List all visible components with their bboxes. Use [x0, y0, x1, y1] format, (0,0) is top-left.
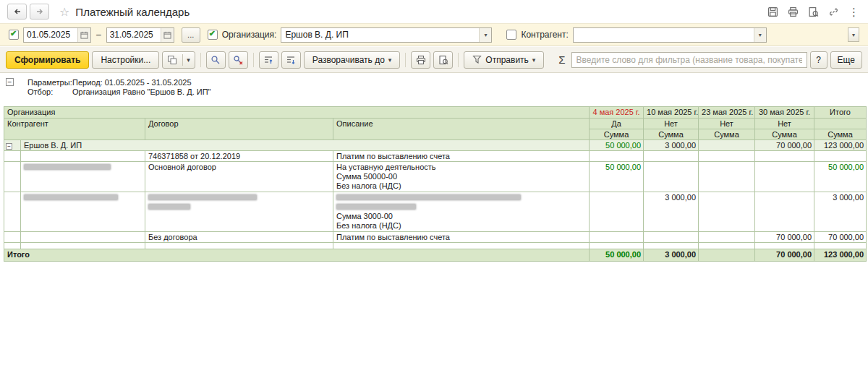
amount-cell[interactable]: 70 000,00 [755, 249, 814, 262]
amount-cell[interactable] [699, 232, 755, 243]
amount-cell[interactable]: 50 000,00 [590, 249, 644, 262]
data-row: Основной договор На уставную деятельност… [4, 162, 867, 192]
back-button[interactable] [7, 4, 27, 20]
params-value: Период: 01.05.2025 - 31.05.2025 [72, 78, 192, 87]
amount-cell[interactable] [755, 162, 814, 192]
amount-cell[interactable]: 70 000,00 [755, 140, 814, 151]
description-cell[interactable]: Платим по выставлению счета [333, 151, 590, 162]
range-dash: – [96, 30, 101, 40]
quick-filter-input[interactable] [571, 52, 807, 68]
organization-checkbox[interactable] [208, 30, 218, 40]
amount-cell[interactable] [699, 151, 755, 162]
filter-value: Организация Равно "Ершов В. Д. ИП" [72, 87, 211, 97]
group-name-cell[interactable]: Ершов В. Д. ИП [21, 140, 590, 151]
contragent-cell[interactable] [21, 232, 145, 243]
panel-overflow-button[interactable] [848, 27, 859, 42]
amount-cell[interactable] [699, 192, 755, 232]
get-link-button[interactable] [828, 7, 839, 17]
calendar-icon[interactable] [161, 28, 174, 42]
amount-cell[interactable]: 3 000,00 [644, 140, 699, 151]
collapse-groups-button[interactable] [259, 51, 278, 69]
amount-cell[interactable]: 3 000,00 [644, 192, 699, 232]
data-row: Сумма 3000-00 Без налога (НДС) 3 000,00 … [4, 192, 867, 232]
send-button[interactable]: Отправить [464, 51, 544, 69]
period-checkbox[interactable] [9, 30, 19, 40]
contragent-input[interactable] [574, 28, 754, 42]
organization-combo [281, 27, 492, 43]
sum-header: Сумма [814, 129, 867, 140]
description-cell[interactable]: На уставную деятельность Сумма 50000-00 … [333, 162, 590, 192]
amount-cell[interactable]: 123 000,00 [814, 249, 867, 262]
row-gutter [4, 151, 21, 162]
contragent-cell[interactable] [21, 151, 145, 162]
contract-cell[interactable]: Без договора [145, 232, 333, 243]
group-collapse-toggle[interactable] [6, 143, 12, 150]
date-from-input[interactable] [24, 28, 77, 42]
amount-cell[interactable]: 70 000,00 [814, 232, 867, 243]
amount-cell[interactable] [590, 232, 644, 243]
menu-kebab-icon[interactable] [848, 7, 859, 17]
total-label-cell[interactable]: Итого [4, 249, 590, 262]
amount-cell[interactable] [699, 249, 755, 262]
contragent-cell[interactable] [21, 192, 145, 232]
chevron-down-icon[interactable] [479, 28, 491, 42]
amount-cell[interactable]: 3 000,00 [644, 249, 699, 262]
amount-cell[interactable] [590, 151, 644, 162]
amount-cell[interactable] [699, 140, 755, 151]
period-more-button[interactable]: ... [182, 27, 200, 43]
print-preview-button[interactable] [433, 51, 453, 69]
sum-header: Сумма [590, 129, 644, 140]
report-variants-button[interactable] [162, 51, 195, 69]
expand-to-button[interactable]: Разворачивать до [304, 51, 401, 69]
sum-header: Сумма [755, 129, 814, 140]
amount-cell[interactable] [590, 192, 644, 232]
forward-button[interactable] [30, 4, 49, 20]
redacted-text [336, 194, 521, 200]
back-arrow-icon [12, 7, 22, 17]
save-button[interactable] [767, 7, 778, 17]
amount-cell[interactable]: 70 000,00 [755, 232, 814, 243]
amount-cell[interactable] [755, 151, 814, 162]
date-from-field [23, 27, 91, 43]
amount-cell[interactable]: 50 000,00 [814, 162, 867, 192]
contract-cell[interactable]: 746371858 от 20.12.2019 [145, 151, 333, 162]
print-button[interactable] [411, 51, 430, 69]
amount-cell[interactable]: 123 000,00 [814, 140, 867, 151]
amount-cell[interactable] [699, 162, 755, 192]
contract-cell[interactable] [145, 192, 333, 232]
favorite-star-icon[interactable] [59, 5, 69, 19]
amount-cell[interactable]: 50 000,00 [590, 162, 644, 192]
date-to-input[interactable] [107, 28, 161, 42]
expand-to-label: Разворачивать до [312, 55, 385, 65]
contragent-cell[interactable] [21, 162, 145, 192]
print-button-top[interactable] [788, 7, 799, 17]
chevron-down-icon[interactable] [754, 28, 766, 42]
contract-cell[interactable]: Основной договор [145, 162, 333, 192]
amount-cell[interactable] [644, 232, 699, 243]
amount-cell[interactable] [644, 151, 699, 162]
grand-total-row: Итого 50 000,00 3 000,00 70 000,00 123 0… [4, 249, 867, 262]
calendar-icon[interactable] [77, 28, 90, 42]
contragent-checkbox[interactable] [506, 30, 516, 40]
cancel-search-button[interactable] [229, 51, 248, 69]
more-button[interactable]: Еще [830, 51, 862, 69]
amount-cell[interactable]: 3 000,00 [814, 192, 867, 232]
paid-flag-header: Нет [755, 119, 814, 129]
autosum-button[interactable]: Σ [556, 53, 568, 66]
amount-cell[interactable] [814, 151, 867, 162]
generate-button[interactable]: Сформировать [6, 51, 89, 69]
report-table: Организация 4 мая 2025 г. 10 мая 2025 г.… [4, 106, 867, 262]
search-button[interactable] [206, 51, 226, 69]
expand-groups-button[interactable] [281, 51, 301, 69]
amount-cell[interactable] [755, 192, 814, 232]
organization-input[interactable] [281, 28, 479, 42]
settings-button[interactable]: Настройки... [92, 51, 159, 69]
amount-cell[interactable]: 50 000,00 [590, 140, 644, 151]
description-cell[interactable]: Сумма 3000-00 Без налога (НДС) [333, 192, 590, 232]
description-cell[interactable]: Платим по выставлению счета [333, 232, 590, 243]
params-collapse-toggle[interactable] [6, 78, 14, 86]
toolbar-separator [200, 53, 201, 67]
preview-button-top[interactable] [808, 7, 819, 17]
amount-cell[interactable] [644, 162, 699, 192]
help-button[interactable]: ? [810, 51, 827, 69]
